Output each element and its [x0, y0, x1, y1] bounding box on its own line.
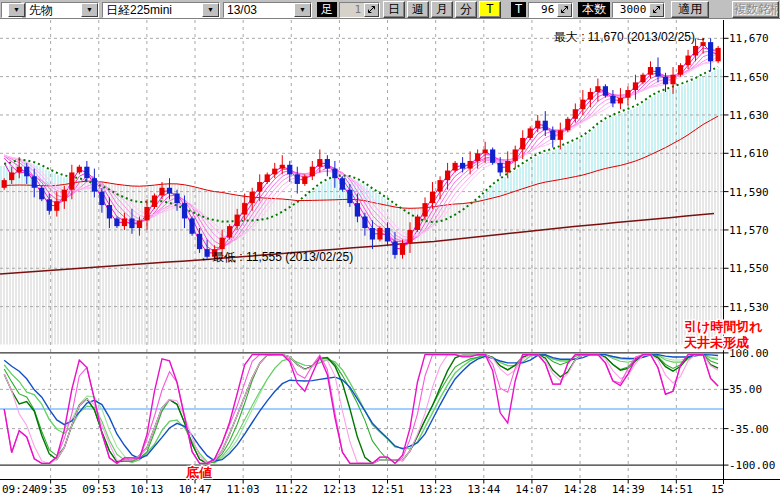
chart-canvas[interactable]: 11,67011,65011,63011,61011,59011,57011,5…	[0, 0, 780, 500]
price-axis-label: 11,650	[729, 71, 769, 84]
bar-count-spinner[interactable]: 3000	[612, 2, 665, 18]
multi-symbol-button[interactable]: 複数銘柄	[732, 1, 779, 18]
period-minute-button[interactable]: 分	[455, 1, 477, 18]
time-axis-label: 10:47	[178, 483, 211, 496]
spinner-button[interactable]	[557, 3, 572, 17]
time-axis-label: 14:39	[612, 483, 645, 496]
time-axis-label: 15	[711, 483, 724, 496]
period-tick-button[interactable]: T	[479, 1, 501, 18]
oscillator-axis-label: -100.00	[729, 459, 775, 472]
diagonal-spin-icon	[652, 5, 661, 14]
oscillator-axis-label: 35.00	[729, 383, 762, 396]
bar-interval-spinner[interactable]: 1	[339, 2, 380, 18]
price-axis-label: 11,630	[729, 109, 769, 122]
note-bottom-price-annotation: 底値	[185, 465, 212, 480]
price-axis-label: 11,590	[729, 186, 769, 199]
min-price-annotation: ←最低 : 11,555 (2013/02/25)	[200, 250, 353, 264]
price-axis-label: 11,670	[729, 32, 769, 45]
chart-preset-combo[interactable]: ▼	[1, 2, 22, 18]
bar-type-label: 足	[317, 2, 337, 17]
price-axis-label: 11,570	[729, 224, 769, 237]
contract-month-select[interactable]: 13/03 ▼	[223, 2, 312, 18]
chevron-down-icon[interactable]: ▼	[8, 3, 25, 17]
symbol-value: 日経225mini	[103, 3, 202, 17]
time-axis-label: 09:53	[82, 483, 115, 496]
time-axis-label: 10:13	[130, 483, 163, 496]
spinner-button[interactable]	[364, 3, 379, 17]
apply-button[interactable]: 適用	[671, 1, 709, 18]
chevron-down-icon[interactable]: ▼	[202, 3, 219, 17]
spinner-button[interactable]	[649, 3, 664, 17]
contract-month-value: 13/03	[224, 3, 294, 17]
chevron-down-icon[interactable]: ▼	[294, 3, 311, 17]
oscillator-layer	[0, 355, 724, 464]
time-axis-label: 09:24	[2, 483, 35, 496]
max-price-annotation: 最大 : 11,670 (2013/02/25)→	[554, 30, 707, 44]
toolbar: ▼ 先物 ▼ 日経225mini ▼ 13/03 ▼ 足 1 日 週 月 分 T…	[0, 0, 780, 19]
time-axis-label: 14:07	[515, 483, 548, 496]
time-axis-label: 11:03	[227, 483, 260, 496]
time-axis-label: 14:28	[563, 483, 596, 496]
bar-interval-value: 1	[340, 3, 364, 17]
bar-count-value: 3000	[613, 3, 649, 17]
app-window: 11,67011,65011,63011,61011,59011,57011,5…	[0, 0, 780, 500]
price-axis-label: 11,530	[729, 301, 769, 314]
time-axis-label: 12:51	[371, 483, 404, 496]
diagonal-spin-icon	[560, 5, 569, 14]
period-day-button[interactable]: 日	[383, 1, 405, 18]
price-axis-label: 11,550	[729, 262, 769, 275]
time-axis-label: 14:51	[660, 483, 693, 496]
chevron-down-icon[interactable]: ▼	[81, 3, 98, 17]
period-week-button[interactable]: 週	[407, 1, 429, 18]
price-axis-label: 11,610	[729, 147, 769, 160]
time-axis-label: 13:44	[467, 483, 500, 496]
symbol-select[interactable]: 日経225mini ▼	[102, 2, 220, 18]
time-axis-label: 09:35	[34, 483, 67, 496]
time-axis-label: 12:13	[323, 483, 356, 496]
tick-size-spinner[interactable]: 96	[528, 2, 573, 18]
period-month-button[interactable]: 月	[431, 1, 453, 18]
time-axis-label: 13:23	[419, 483, 452, 496]
time-axis-label: 11:22	[275, 483, 308, 496]
note-time-up-annotation: 引け時間切れ	[684, 319, 763, 334]
category-value: 先物	[26, 3, 81, 17]
diagonal-spin-icon	[367, 5, 376, 14]
note-no-ceiling-annotation: 天井未形成	[683, 335, 749, 350]
bar-count-label: 本数	[578, 2, 610, 17]
tick-size-value: 96	[529, 3, 557, 17]
axis-layer: 11,67011,65011,63011,61011,59011,57011,5…	[0, 20, 780, 496]
tick-size-label: T	[511, 2, 526, 17]
category-select[interactable]: 先物 ▼	[25, 2, 99, 18]
oscillator-axis-label: -35.00	[729, 423, 769, 436]
